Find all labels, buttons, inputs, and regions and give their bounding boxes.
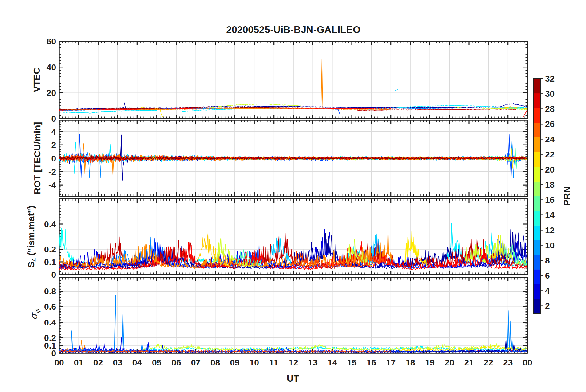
colorbar-block bbox=[533, 240, 541, 255]
vtec-series-prn-12 bbox=[59, 110, 157, 113]
colorbar-block bbox=[533, 108, 541, 123]
x-tick-label: 23 bbox=[503, 358, 513, 367]
x-tick-label: 11 bbox=[269, 358, 279, 367]
x-tick-label: 03 bbox=[113, 358, 122, 367]
colorbar-block bbox=[533, 255, 541, 270]
rot-ytick-label: 0 bbox=[51, 154, 56, 163]
x-tick-label: 07 bbox=[191, 358, 201, 367]
x-tick-label: 15 bbox=[347, 358, 356, 367]
x-tick-label: 21 bbox=[464, 358, 474, 367]
x-tick-label: 05 bbox=[152, 358, 161, 367]
colorbar-block bbox=[533, 79, 541, 93]
x-tick-label: 12 bbox=[288, 358, 298, 367]
colorbar-tick-label: 4 bbox=[545, 286, 550, 296]
x-tick-label: 19 bbox=[425, 358, 435, 367]
x-tick-label: 22 bbox=[484, 358, 493, 367]
x-tick-label: 08 bbox=[210, 358, 220, 367]
colorbar: 2468101214161820222426283032 bbox=[533, 74, 555, 314]
colorbar-block bbox=[533, 181, 541, 196]
x-tick-label: 00 bbox=[54, 358, 64, 367]
x-tick-label: 02 bbox=[93, 358, 103, 367]
rot-ytick-label: -2 bbox=[48, 167, 56, 177]
x-tick-label: 13 bbox=[308, 358, 318, 367]
s4-ytick-label: 0.4 bbox=[44, 219, 56, 229]
x-tick-label: 10 bbox=[250, 358, 259, 367]
colorbar-tick-label: 24 bbox=[545, 135, 555, 144]
colorbar-tick-label: 2 bbox=[545, 301, 550, 311]
colorbar-block bbox=[533, 269, 541, 284]
colorbar-tick-label: 32 bbox=[545, 74, 555, 84]
colorbar-block bbox=[533, 211, 541, 226]
x-tick-label: 00 bbox=[523, 358, 532, 367]
s4-ytick-label: 0 bbox=[51, 270, 56, 280]
x-tick-label: 14 bbox=[328, 358, 337, 367]
figure: 20200525-UiB-BJN-GALILEO VTEC ROT [TECU/… bbox=[0, 0, 586, 392]
vtec-series-prn-28 bbox=[523, 110, 527, 117]
rot-ytick-label: 4 bbox=[51, 127, 56, 137]
vtec-ytick-label: 0 bbox=[51, 114, 56, 124]
x-tick-label: 18 bbox=[405, 358, 415, 367]
rot-ytick-label: 2 bbox=[51, 140, 56, 150]
x-tick-label: 09 bbox=[230, 358, 239, 367]
x-tick-label: 16 bbox=[367, 358, 376, 367]
x-tick-label: 17 bbox=[386, 358, 396, 367]
colorbar-block bbox=[533, 93, 541, 108]
sigma-ytick-label: 0.8 bbox=[44, 287, 56, 296]
x-tick-label: 04 bbox=[132, 358, 142, 367]
x-tick-label: 20 bbox=[445, 358, 454, 367]
x-tick-label: 01 bbox=[74, 358, 83, 367]
s4-ytick-label: 0.1 bbox=[44, 257, 56, 267]
sigma-ytick-label: 0.4 bbox=[44, 318, 56, 327]
colorbar-block bbox=[533, 137, 541, 152]
sigma-grid bbox=[59, 277, 527, 353]
colorbar-tick-label: 20 bbox=[545, 165, 555, 174]
x-tick-label: 06 bbox=[171, 358, 181, 367]
colorbar-tick-label: 14 bbox=[545, 210, 555, 220]
colorbar-tick-label: 10 bbox=[545, 241, 555, 250]
vtec-ytick-label: 20 bbox=[47, 88, 56, 98]
colorbar-block bbox=[533, 152, 541, 167]
colorbar-tick-label: 26 bbox=[545, 119, 555, 129]
colorbar-block bbox=[533, 196, 541, 211]
chart-canvas: 0204060-4-202400.10.20.400.10.20.40.60.8… bbox=[0, 0, 586, 392]
colorbar-block bbox=[533, 299, 541, 313]
colorbar-tick-label: 30 bbox=[545, 89, 555, 99]
colorbar-tick-label: 18 bbox=[545, 180, 555, 190]
vtec-ytick-label: 60 bbox=[47, 37, 56, 46]
rot-ytick-label: -4 bbox=[48, 180, 56, 190]
colorbar-block bbox=[533, 167, 541, 182]
colorbar-tick-label: 12 bbox=[545, 226, 555, 235]
vtec-ytick-label: 40 bbox=[47, 63, 56, 72]
colorbar-tick-label: 8 bbox=[545, 256, 550, 265]
colorbar-tick-label: 6 bbox=[545, 271, 550, 280]
vtec-series-prn-11 bbox=[395, 89, 398, 91]
sigma-ytick-label: 0.2 bbox=[44, 333, 56, 343]
colorbar-block bbox=[533, 123, 541, 137]
colorbar-tick-label: 22 bbox=[545, 150, 555, 159]
sigma-series-prn-24 bbox=[59, 340, 389, 352]
colorbar-block bbox=[533, 284, 541, 299]
colorbar-tick-label: 28 bbox=[545, 104, 555, 114]
s4-ytick-label: 0.2 bbox=[44, 245, 56, 254]
sigma-ytick-label: 0.6 bbox=[44, 302, 56, 312]
colorbar-block bbox=[533, 225, 541, 240]
colorbar-tick-label: 16 bbox=[545, 195, 555, 205]
